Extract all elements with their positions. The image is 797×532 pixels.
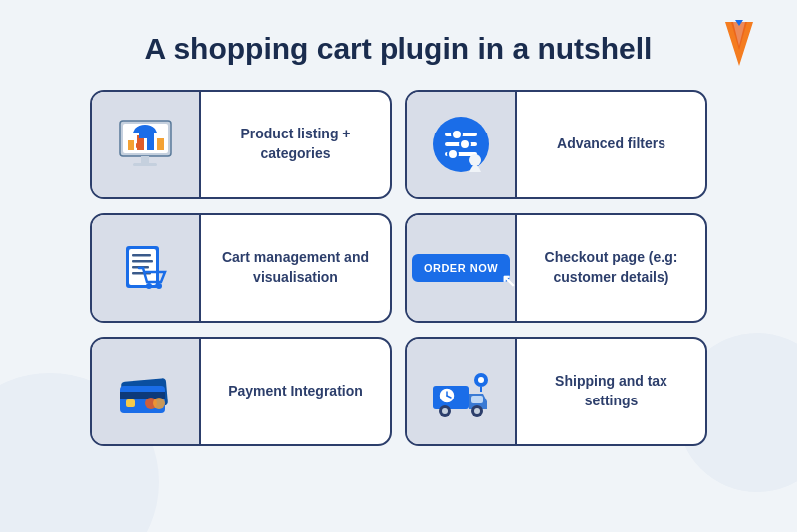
cursor-icon: ↖ — [501, 270, 517, 292]
page-title: A shopping cart plugin in a nutshell — [145, 32, 653, 66]
card-label-cart-management: Cart management and visualisation — [215, 248, 376, 287]
svg-rect-32 — [126, 399, 135, 407]
svg-rect-24 — [132, 260, 153, 263]
card-advanced-filters: Advanced filters — [405, 90, 707, 199]
svg-point-28 — [156, 283, 162, 289]
card-text-cart-management: Cart management and visualisation — [201, 238, 390, 297]
svg-rect-12 — [136, 143, 141, 148]
order-now-button: ORDER NOW ↖ — [412, 254, 510, 282]
card-icon-payment — [92, 339, 201, 444]
svg-rect-36 — [471, 396, 483, 403]
card-text-advanced-filters: Advanced filters — [517, 125, 705, 164]
card-label-shipping: Shipping and tax settings — [531, 372, 691, 410]
card-shipping: Shipping and tax settings — [405, 337, 707, 446]
card-label-payment: Payment Integration — [228, 382, 363, 401]
svg-rect-5 — [141, 156, 149, 164]
svg-point-18 — [460, 139, 470, 149]
svg-point-38 — [442, 408, 448, 414]
card-text-product-listing: Product listing + categories — [201, 115, 390, 173]
svg-rect-6 — [133, 163, 157, 166]
svg-rect-10 — [157, 138, 164, 150]
svg-rect-23 — [132, 254, 151, 257]
card-icon-cart-management — [92, 215, 201, 321]
svg-point-19 — [448, 149, 458, 159]
cards-grid: Product listing + categories — [90, 90, 707, 446]
svg-point-27 — [146, 283, 152, 289]
svg-point-45 — [478, 377, 484, 383]
card-icon-product-listing — [92, 92, 201, 197]
card-label-product-listing: Product listing + categories — [215, 125, 376, 163]
main-container: A shopping cart plugin in a nutshell — [0, 0, 797, 532]
card-checkout: ORDER NOW ↖ Checkout page (e.g: customer… — [405, 213, 707, 323]
card-text-shipping: Shipping and tax settings — [517, 362, 705, 420]
svg-point-17 — [452, 130, 462, 139]
card-icon-advanced-filters — [407, 92, 517, 197]
logo — [717, 18, 761, 70]
card-label-checkout: Checkout page (e.g: customer details) — [531, 248, 691, 287]
card-text-checkout: Checkout page (e.g: customer details) — [517, 238, 705, 297]
card-text-payment: Payment Integration — [201, 372, 390, 411]
svg-rect-11 — [130, 143, 134, 148]
card-icon-checkout: ORDER NOW ↖ — [407, 215, 517, 321]
card-label-advanced-filters: Advanced filters — [557, 134, 665, 154]
card-payment: Payment Integration — [90, 337, 392, 446]
card-icon-shipping — [407, 339, 517, 444]
svg-point-40 — [474, 408, 480, 414]
card-cart-management: Cart management and visualisation — [90, 213, 392, 323]
card-product-listing: Product listing + categories — [90, 90, 392, 199]
svg-point-34 — [153, 398, 165, 409]
